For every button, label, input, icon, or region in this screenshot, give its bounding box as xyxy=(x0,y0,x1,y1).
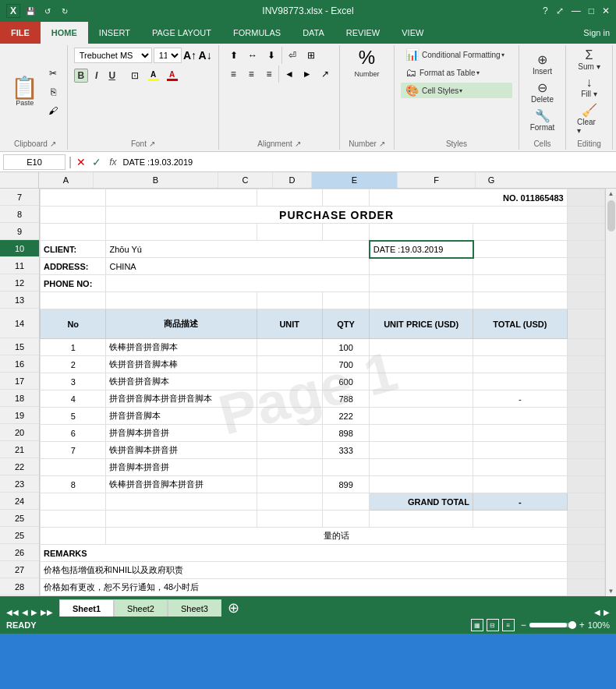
zoom-slider[interactable] xyxy=(529,623,576,627)
cell-g16[interactable] xyxy=(567,356,604,373)
cell-c19[interactable] xyxy=(257,408,322,425)
cell-f20[interactable] xyxy=(473,425,568,442)
row-header-19[interactable]: 19 xyxy=(0,407,39,424)
cell-a24[interactable] xyxy=(41,493,106,511)
row-header-20[interactable]: 20 xyxy=(0,424,39,441)
cell-b21[interactable]: 铁拼音脚本拼音拼 xyxy=(106,442,257,459)
cell-g22[interactable] xyxy=(567,459,604,476)
cell-a28[interactable]: 价格如有更改，恕不另行通知，48小时后 xyxy=(41,579,568,596)
cell-b25b[interactable]: 量的话 xyxy=(106,528,567,545)
normal-view-button[interactable]: ▦ xyxy=(471,619,483,631)
col-header-b[interactable]: B xyxy=(94,172,218,188)
cell-a20[interactable]: 6 xyxy=(41,425,106,442)
indent-left-button[interactable]: ◄ xyxy=(281,65,297,83)
align-bottom-button[interactable]: ⬇ xyxy=(263,47,280,64)
cell-styles-button[interactable]: 🎨 Cell Styles ▾ xyxy=(401,83,512,98)
help-button[interactable]: ? xyxy=(543,5,548,16)
cell-c20[interactable] xyxy=(257,425,322,442)
cell-d20[interactable]: 898 xyxy=(322,425,369,442)
page-break-view-button[interactable]: ≡ xyxy=(502,619,515,631)
cell-e7[interactable]: NO. 011865483 xyxy=(370,189,567,207)
cell-f23[interactable] xyxy=(473,476,568,493)
cell-b13[interactable] xyxy=(106,292,257,309)
row-header-14[interactable]: 14 xyxy=(0,309,39,338)
underline-button[interactable]: U xyxy=(105,69,119,83)
cell-a22[interactable] xyxy=(41,459,106,476)
cell-b16[interactable]: 铁拼音拼音脚本棒 xyxy=(106,356,257,373)
cell-f17[interactable] xyxy=(473,373,568,390)
cell-d23[interactable]: 899 xyxy=(322,476,369,493)
tab-view[interactable]: VIEW xyxy=(391,22,434,44)
cell-c15[interactable] xyxy=(257,339,322,356)
cell-f16[interactable] xyxy=(473,356,568,373)
cell-g15[interactable] xyxy=(567,339,604,356)
cell-g17[interactable] xyxy=(567,373,604,390)
cell-a19[interactable]: 5 xyxy=(41,408,106,425)
indent-right-button[interactable]: ► xyxy=(299,65,315,83)
cell-d16[interactable]: 700 xyxy=(322,356,369,373)
cell-a7[interactable] xyxy=(41,189,106,207)
cell-f10[interactable] xyxy=(473,241,568,258)
italic-button[interactable]: I xyxy=(90,69,104,83)
sheet-nav-left[interactable]: ◀◀ xyxy=(6,608,19,617)
cell-f18[interactable]: - xyxy=(473,390,568,408)
cell-e12[interactable] xyxy=(370,275,473,292)
cell-a12[interactable]: PHONE NO: xyxy=(41,275,106,292)
clear-button[interactable]: 🧹 Clear ▾ xyxy=(572,101,606,136)
row-header-12[interactable]: 12 xyxy=(0,274,39,292)
add-sheet-button[interactable]: ⊕ xyxy=(221,599,246,617)
cell-b20[interactable]: 拼音脚本拼音拼 xyxy=(106,425,257,442)
cell-b14[interactable]: 商品描述 xyxy=(106,309,257,339)
cell-e18[interactable] xyxy=(370,390,473,408)
cell-g25b[interactable] xyxy=(567,528,604,545)
copy-button[interactable]: ⎘ xyxy=(44,83,62,101)
cell-f11[interactable] xyxy=(473,258,568,275)
sheet-nav-prev[interactable]: ◀ xyxy=(22,608,28,617)
cell-c24[interactable] xyxy=(257,493,322,511)
row-header-28[interactable]: 28 xyxy=(0,578,39,595)
maximize-button[interactable]: □ xyxy=(589,5,594,16)
cell-c14[interactable]: UNIT xyxy=(257,309,322,339)
undo-qat-button[interactable]: ↺ xyxy=(41,4,55,18)
cell-b8[interactable]: PURCHASE ORDER xyxy=(106,207,567,224)
row-header-25b[interactable]: 25 xyxy=(0,527,39,544)
cell-d13[interactable] xyxy=(322,292,369,309)
cell-d14[interactable]: QTY xyxy=(322,309,369,339)
cell-a25b[interactable] xyxy=(41,528,106,545)
cell-a18[interactable]: 4 xyxy=(41,390,106,408)
cell-e13[interactable] xyxy=(370,292,473,309)
cell-f15[interactable] xyxy=(473,339,568,356)
scroll-left-button[interactable]: ◀ xyxy=(594,608,600,617)
cell-b12[interactable] xyxy=(106,275,370,292)
cell-c21[interactable] xyxy=(257,442,322,459)
cell-f14[interactable]: TOTAL (USD) xyxy=(473,309,568,339)
cell-c22[interactable] xyxy=(257,459,322,476)
cell-a17[interactable]: 3 xyxy=(41,373,106,390)
format-painter-button[interactable]: 🖌 xyxy=(44,102,62,119)
cell-b17[interactable]: 铁拼音拼音脚本 xyxy=(106,373,257,390)
scroll-right-button[interactable]: ▶ xyxy=(604,608,610,617)
cell-b11[interactable]: CHINA xyxy=(106,258,370,275)
cell-e16[interactable] xyxy=(370,356,473,373)
cell-g23[interactable] xyxy=(567,476,604,493)
col-header-g[interactable]: G xyxy=(476,172,507,188)
row-header-25[interactable]: 25 xyxy=(0,510,39,527)
row-header-24[interactable]: 24 xyxy=(0,493,39,510)
col-header-f[interactable]: F xyxy=(398,172,476,188)
border-button[interactable]: ⊡ xyxy=(126,67,143,84)
cell-e14[interactable]: UNIT PRICE (USD) xyxy=(370,309,473,339)
cell-d17[interactable]: 600 xyxy=(322,373,369,390)
formula-confirm-button[interactable]: ✓ xyxy=(90,156,103,168)
cell-b18[interactable]: 拼音拼音脚本拼音拼音脚本 xyxy=(106,390,257,408)
cell-g14[interactable] xyxy=(567,309,604,339)
cell-a26[interactable]: REMARKS xyxy=(41,545,568,562)
sheet-tab-sheet1[interactable]: Sheet1 xyxy=(59,599,114,617)
cell-b15[interactable]: 铁棒拼音拼音脚本 xyxy=(106,339,257,356)
bold-button[interactable]: B xyxy=(74,69,88,83)
font-size-select[interactable]: 11 xyxy=(154,48,182,63)
row-header-27[interactable]: 27 xyxy=(0,561,39,578)
cell-e15[interactable] xyxy=(370,339,473,356)
cell-d19[interactable]: 222 xyxy=(322,408,369,425)
tab-formulas[interactable]: FORMULAS xyxy=(222,22,292,44)
formula-input[interactable]: DATE :19.03.2019 xyxy=(123,154,614,170)
